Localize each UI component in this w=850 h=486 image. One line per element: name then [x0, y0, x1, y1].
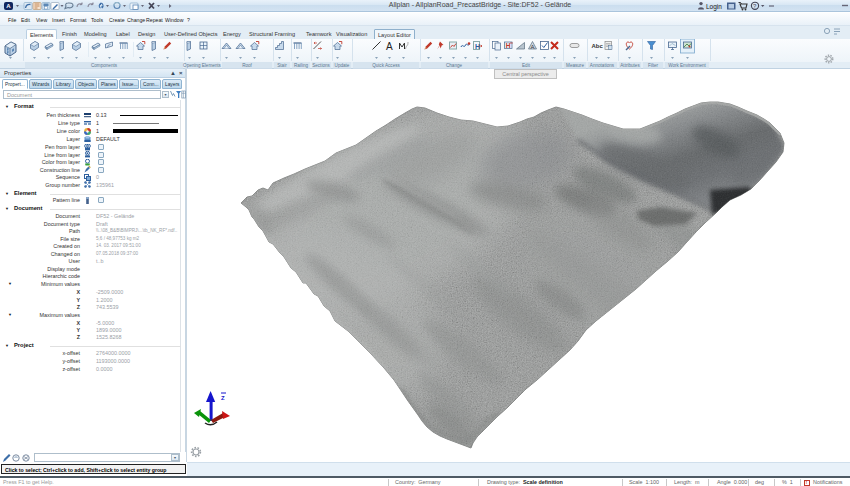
svg-text:Change: Change	[446, 63, 463, 68]
svg-text:Update: Update	[335, 63, 350, 68]
svg-text:Filter: Filter	[648, 63, 659, 68]
svg-text:Sections: Sections	[312, 63, 330, 68]
svg-text:Stair: Stair	[277, 63, 287, 68]
svg-text:Edit: Edit	[522, 63, 531, 68]
svg-text:Annotations: Annotations	[590, 63, 615, 68]
svg-text:Measure: Measure	[566, 63, 584, 68]
svg-text:Railing: Railing	[294, 63, 308, 68]
svg-text:Components: Components	[91, 63, 118, 68]
svg-text:Roof: Roof	[242, 63, 252, 68]
svg-text:Quick Access: Quick Access	[372, 63, 400, 68]
svg-text:Login: Login	[706, 3, 722, 11]
svg-text:Opening Elements: Opening Elements	[183, 63, 221, 68]
svg-text:Work Environment: Work Environment	[668, 63, 706, 68]
svg-text:Attributes: Attributes	[620, 63, 640, 68]
svg-text:Z: Z	[221, 395, 225, 401]
svg-text:?: ?	[753, 3, 757, 9]
